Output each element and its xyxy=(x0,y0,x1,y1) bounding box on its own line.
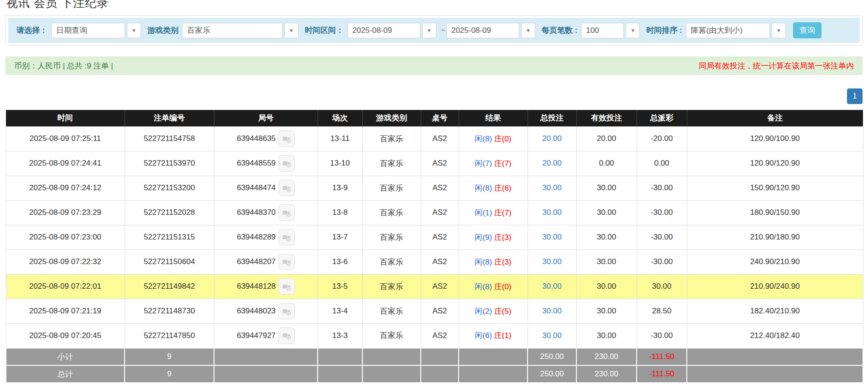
total-bet-link[interactable]: 20.00 xyxy=(542,134,562,143)
total-bet-link[interactable]: 30.00 xyxy=(542,331,562,340)
video-replay-button[interactable] xyxy=(278,180,295,196)
video-camera-icon xyxy=(282,183,292,193)
cell-payout: -30.00 xyxy=(637,323,687,348)
date-from-select[interactable]: 2025-08-09 xyxy=(347,23,420,38)
subtotal-label: 小计 xyxy=(6,348,125,365)
table-row: 2025-08-09 07:22:01522721149842639448128… xyxy=(6,274,863,299)
search-button[interactable]: 查询 xyxy=(793,22,821,38)
mode-select[interactable]: 日期查询 xyxy=(51,23,125,38)
cell-session: 13-11 xyxy=(318,126,362,151)
cell-session: 13-5 xyxy=(318,274,362,299)
cell-total-bet: 30.00 xyxy=(528,225,576,250)
cell-round-id: 639448289 xyxy=(214,225,318,250)
cell-game-type: 百家乐 xyxy=(362,126,421,151)
page-1-button[interactable]: 1 xyxy=(847,88,863,104)
date-to-select[interactable]: 2025-08-09 xyxy=(446,23,519,38)
page-root: 视讯 会员 下注纪录 请选择： 日期查询 ▼ 游戏类别 百家乐 ▼ 时间区间： … xyxy=(0,0,868,383)
video-replay-button[interactable] xyxy=(278,155,295,172)
round-number: 639448474 xyxy=(237,183,276,192)
cell-result: 闲(8) 庄(6) xyxy=(459,176,528,200)
page-title: 视讯 会员 下注纪录 xyxy=(6,0,863,10)
round-number: 639447927 xyxy=(237,331,276,340)
cell-total-bet: 30.00 xyxy=(528,299,576,323)
round-id-wrap: 639447927 xyxy=(237,328,295,344)
total-bet-link[interactable]: 30.00 xyxy=(542,183,562,192)
total-bet-link[interactable]: 20.00 xyxy=(542,159,562,167)
cell-round-id: 639447927 xyxy=(214,323,318,348)
subtotal-empty-cell xyxy=(421,348,459,365)
video-replay-button[interactable] xyxy=(278,328,295,344)
cell-valid-bet: 30.00 xyxy=(576,323,637,348)
records-table: 时间 注单编号 局号 场次 游戏类别 桌号 结果 总投注 有效投注 总派彩 备注… xyxy=(5,110,863,383)
result-banker: 庄(0) xyxy=(494,135,512,143)
total-bet-link[interactable]: 30.00 xyxy=(542,208,562,217)
cell-time: 2025-08-09 07:23:29 xyxy=(6,200,125,225)
video-replay-button[interactable] xyxy=(278,278,295,295)
total-bet-link[interactable]: 30.00 xyxy=(542,233,562,241)
cell-game-type: 百家乐 xyxy=(362,176,421,200)
total-bet-link[interactable]: 30.00 xyxy=(542,282,562,291)
page-size-select[interactable]: 100 xyxy=(581,23,624,38)
date-from-group: 2025-08-09 ▼ xyxy=(347,23,436,38)
table-row: 2025-08-09 07:24:12522721153200639448474… xyxy=(6,176,863,200)
total-empty-cell xyxy=(421,365,459,383)
cell-result: 闲(6) 庄(1) xyxy=(459,323,528,348)
video-replay-button[interactable] xyxy=(278,204,295,221)
cell-round-id: 639448023 xyxy=(214,299,318,323)
chevron-down-icon[interactable]: ▼ xyxy=(626,23,640,38)
video-replay-button[interactable] xyxy=(278,229,295,245)
video-replay-button[interactable] xyxy=(278,254,295,270)
chevron-down-icon[interactable]: ▼ xyxy=(521,23,535,38)
round-number: 639448559 xyxy=(237,159,276,168)
game-type-select-label: 游戏类别 xyxy=(147,25,178,36)
total-bet-link[interactable]: 30.00 xyxy=(542,257,562,266)
chevron-down-icon[interactable]: ▼ xyxy=(772,23,786,38)
cell-valid-bet: 0.00 xyxy=(576,151,637,176)
total-empty-cell xyxy=(214,365,318,383)
video-camera-icon xyxy=(282,134,292,144)
cell-game-type: 百家乐 xyxy=(362,299,421,323)
cell-result: 闲(1) 庄(7) xyxy=(459,200,528,225)
result-player: 闲(8) xyxy=(475,258,492,266)
cell-valid-bet: 30.00 xyxy=(576,176,637,200)
header-note: 备注 xyxy=(687,110,863,126)
table-row: 2025-08-09 07:24:41522721153970639448559… xyxy=(6,151,863,176)
chevron-down-icon[interactable]: ▼ xyxy=(284,23,298,38)
cell-result: 闲(2) 庄(5) xyxy=(459,299,528,323)
game-type-select[interactable]: 百家乐 xyxy=(182,23,282,38)
cell-payout: -30.00 xyxy=(637,225,687,250)
subtotal-payout: -111.50 xyxy=(637,348,687,365)
cell-note: 240.90/210.90 xyxy=(687,250,863,274)
chevron-down-icon[interactable]: ▼ xyxy=(422,23,436,38)
subtotal-valid-bet: 230.00 xyxy=(576,348,637,365)
result-banker: 庄(6) xyxy=(494,184,512,192)
table-header-row: 时间 注单编号 局号 场次 游戏类别 桌号 结果 总投注 有效投注 总派彩 备注 xyxy=(6,110,863,126)
cell-time: 2025-08-09 07:24:12 xyxy=(6,176,125,200)
cell-total-bet: 20.00 xyxy=(528,126,576,151)
video-replay-button[interactable] xyxy=(278,130,295,147)
cell-note: 120.90/120.90 xyxy=(687,151,863,176)
cell-valid-bet: 30.00 xyxy=(576,225,637,250)
total-bet-link[interactable]: 30.00 xyxy=(542,307,562,315)
cell-table-no: AS2 xyxy=(421,250,459,274)
video-replay-button[interactable] xyxy=(278,303,295,319)
chevron-down-icon[interactable]: ▼ xyxy=(127,23,141,38)
cell-note: 182.40/210.90 xyxy=(687,299,863,323)
subtotal-empty-cell xyxy=(214,348,318,365)
table-row: 2025-08-09 07:20:45522721147850639447927… xyxy=(6,323,863,348)
cell-bet-id: 522721148730 xyxy=(125,299,214,323)
cell-table-no: AS2 xyxy=(421,126,459,151)
video-camera-icon xyxy=(282,208,292,218)
time-range-label: 时间区间： xyxy=(305,25,344,36)
cell-note: 120.90/100.90 xyxy=(687,126,863,151)
time-sort-select[interactable]: 降冪(由大到小) xyxy=(686,23,770,38)
round-number: 639448635 xyxy=(237,134,276,143)
cell-valid-bet: 20.00 xyxy=(576,126,637,151)
cell-note: 210.90/240.90 xyxy=(687,274,863,299)
result-banker: 庄(1) xyxy=(494,331,512,340)
cell-total-bet: 30.00 xyxy=(528,200,576,225)
cell-result: 闲(8) 庄(0) xyxy=(459,126,528,151)
subtotal-row: 小计 9 250.00 230.00 -111.50 xyxy=(6,348,863,365)
round-id-wrap: 639448207 xyxy=(237,254,295,270)
round-number: 639448023 xyxy=(237,307,276,316)
